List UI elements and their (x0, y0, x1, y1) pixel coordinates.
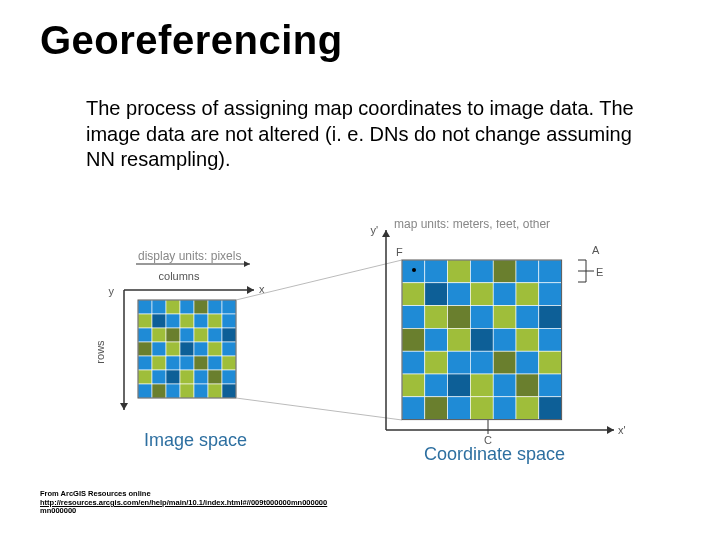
svg-rect-66 (493, 260, 516, 283)
svg-rect-93 (470, 351, 493, 374)
svg-rect-80 (493, 306, 516, 329)
svg-rect-74 (516, 283, 539, 306)
left-y-axis-label: y (109, 285, 115, 297)
svg-rect-84 (425, 328, 448, 351)
svg-rect-9 (180, 300, 194, 314)
svg-rect-46 (208, 370, 222, 384)
image-space-group: y x display units: pixels columns rows I… (94, 249, 265, 450)
svg-rect-34 (138, 356, 152, 370)
svg-rect-73 (493, 283, 516, 306)
svg-rect-43 (166, 370, 180, 384)
label-A: A (592, 244, 600, 256)
svg-rect-8 (166, 300, 180, 314)
svg-rect-26 (222, 328, 236, 342)
svg-rect-13 (138, 314, 152, 328)
svg-rect-64 (448, 260, 471, 283)
svg-rect-50 (166, 384, 180, 398)
svg-rect-101 (493, 374, 516, 397)
svg-rect-12 (222, 300, 236, 314)
svg-rect-38 (194, 356, 208, 370)
svg-rect-103 (539, 374, 562, 397)
right-y-axis-label: y' (370, 224, 378, 236)
right-x-axis-label: x' (618, 424, 626, 436)
svg-rect-107 (470, 397, 493, 420)
svg-rect-98 (425, 374, 448, 397)
svg-rect-32 (208, 342, 222, 356)
svg-point-114 (412, 268, 416, 272)
svg-rect-19 (222, 314, 236, 328)
svg-rect-15 (166, 314, 180, 328)
attribution: From ArcGIS Resources online http://reso… (40, 490, 400, 516)
svg-rect-14 (152, 314, 166, 328)
svg-rect-27 (138, 342, 152, 356)
svg-rect-21 (152, 328, 166, 342)
svg-rect-52 (194, 384, 208, 398)
svg-rect-25 (208, 328, 222, 342)
svg-rect-77 (425, 306, 448, 329)
svg-rect-90 (402, 351, 425, 374)
svg-rect-106 (448, 397, 471, 420)
svg-rect-40 (222, 356, 236, 370)
svg-rect-97 (402, 374, 425, 397)
svg-rect-65 (470, 260, 493, 283)
svg-rect-39 (208, 356, 222, 370)
svg-rect-87 (493, 328, 516, 351)
svg-rect-70 (425, 283, 448, 306)
svg-rect-41 (138, 370, 152, 384)
svg-rect-36 (166, 356, 180, 370)
rows-label: rows (94, 340, 106, 364)
svg-rect-75 (539, 283, 562, 306)
svg-rect-83 (402, 328, 425, 351)
attribution-link[interactable]: http://resources.arcgis.com/en/help/main… (40, 498, 327, 507)
label-F: F (396, 246, 403, 258)
svg-marker-1 (247, 286, 254, 294)
georeferencing-diagram: y x display units: pixels columns rows I… (84, 220, 644, 480)
svg-rect-10 (194, 300, 208, 314)
map-units-label: map units: meters, feet, other (394, 220, 550, 231)
svg-line-57 (236, 398, 402, 420)
svg-rect-63 (425, 260, 448, 283)
page-title: Georeferencing (40, 18, 343, 63)
svg-rect-17 (194, 314, 208, 328)
svg-rect-100 (470, 374, 493, 397)
svg-rect-29 (166, 342, 180, 356)
svg-line-56 (236, 260, 402, 300)
svg-rect-91 (425, 351, 448, 374)
svg-rect-85 (448, 328, 471, 351)
svg-rect-45 (194, 370, 208, 384)
svg-rect-88 (516, 328, 539, 351)
attribution-tail: mn000000 (40, 506, 76, 515)
slide: Georeferencing The process of assigning … (0, 0, 720, 540)
columns-label: columns (159, 270, 200, 282)
svg-rect-105 (425, 397, 448, 420)
svg-rect-23 (180, 328, 194, 342)
svg-rect-92 (448, 351, 471, 374)
svg-rect-42 (152, 370, 166, 384)
svg-rect-86 (470, 328, 493, 351)
svg-rect-51 (180, 384, 194, 398)
svg-rect-18 (208, 314, 222, 328)
svg-marker-3 (120, 403, 128, 410)
svg-rect-68 (539, 260, 562, 283)
svg-rect-82 (539, 306, 562, 329)
svg-rect-31 (194, 342, 208, 356)
svg-rect-104 (402, 397, 425, 420)
svg-rect-20 (138, 328, 152, 342)
svg-rect-22 (166, 328, 180, 342)
coordinate-space-group: x' y' map units: meters, feet, other F C… (370, 220, 625, 464)
svg-marker-5 (244, 261, 250, 267)
svg-rect-47 (222, 370, 236, 384)
svg-rect-54 (222, 384, 236, 398)
svg-rect-108 (493, 397, 516, 420)
svg-rect-94 (493, 351, 516, 374)
svg-rect-53 (208, 384, 222, 398)
svg-rect-95 (516, 351, 539, 374)
svg-rect-33 (222, 342, 236, 356)
svg-rect-96 (539, 351, 562, 374)
svg-rect-81 (516, 306, 539, 329)
coordinate-space-caption: Coordinate space (424, 444, 565, 464)
svg-rect-28 (152, 342, 166, 356)
svg-rect-102 (516, 374, 539, 397)
svg-rect-72 (470, 283, 493, 306)
svg-rect-110 (539, 397, 562, 420)
